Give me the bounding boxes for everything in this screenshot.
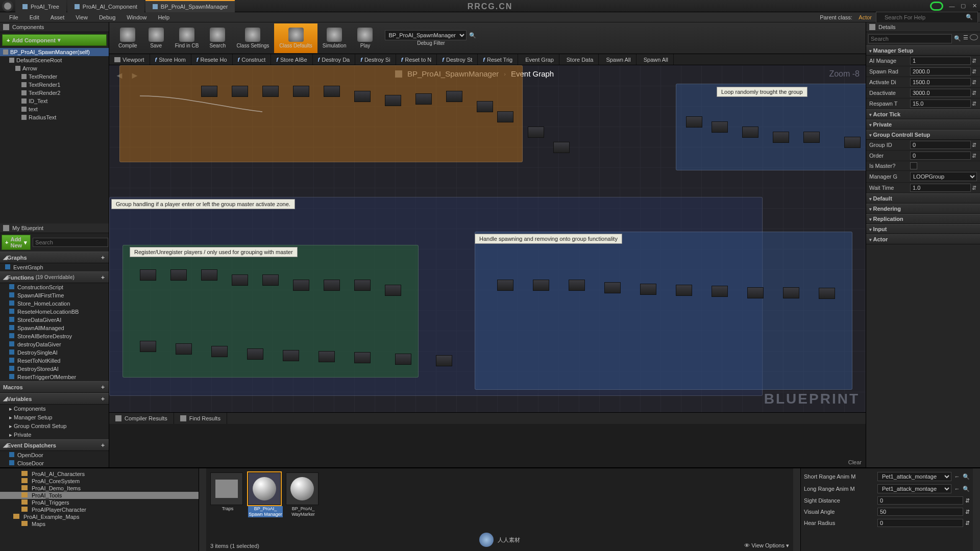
components-tree[interactable]: BP_ProAI_SpawnManager(self)DefaultSceneR… bbox=[0, 48, 109, 223]
asset-view[interactable]: TrapsBP_ProAI_ Spawn ManagerBP_ProAI_ Wa… bbox=[206, 468, 793, 551]
functions-section[interactable]: ◢ Functions (19 Overridable) ＋ bbox=[0, 271, 109, 283]
function-item[interactable]: SpawnAllManaged bbox=[0, 324, 109, 332]
component-item[interactable]: text bbox=[0, 105, 109, 113]
graph-node[interactable] bbox=[477, 101, 493, 112]
graph-node[interactable] bbox=[415, 93, 432, 105]
graph-node[interactable] bbox=[712, 286, 728, 297]
search-help-field[interactable]: Search For Help 🔍 bbox=[876, 12, 978, 23]
graph-tab[interactable]: Reset to N bbox=[396, 54, 437, 65]
menu-debug[interactable]: Debug bbox=[94, 13, 120, 21]
spinner-icon[interactable]: ⇵ bbox=[971, 185, 977, 191]
graph-node[interactable] bbox=[211, 346, 228, 357]
graph-node[interactable] bbox=[283, 350, 299, 361]
eye-icon[interactable] bbox=[970, 34, 978, 40]
asset-input[interactable] bbox=[877, 496, 963, 505]
graphs-section[interactable]: ◢ Graphs＋ bbox=[0, 252, 109, 263]
asset-item[interactable]: Traps bbox=[210, 472, 245, 547]
clear-button[interactable]: Clear bbox=[848, 459, 862, 465]
toolbar-compile[interactable]: Compile bbox=[113, 23, 142, 53]
details-select[interactable]: LOOPGroup bbox=[910, 172, 977, 181]
graph-tab[interactable]: Store AIBe bbox=[271, 54, 312, 65]
folder-item[interactable]: ProAI_Triggers bbox=[0, 499, 199, 506]
scrollbar[interactable] bbox=[793, 468, 800, 551]
graph-tab[interactable]: Reset Trig bbox=[478, 54, 518, 65]
add-graph-icon[interactable]: ＋ bbox=[100, 254, 106, 261]
add-component-button[interactable]: Add Component ▾ bbox=[2, 34, 107, 46]
function-item[interactable]: ResetToNotKilled bbox=[0, 357, 109, 365]
graph-node[interactable] bbox=[201, 269, 217, 281]
component-item[interactable]: BP_ProAI_SpawnManager(self) bbox=[0, 48, 109, 56]
search-icon[interactable]: 🔍 bbox=[953, 34, 962, 42]
details-category[interactable]: Actor Tick bbox=[866, 109, 980, 119]
graph-node[interactable] bbox=[354, 91, 371, 102]
folder-item[interactable]: Maps bbox=[0, 520, 199, 528]
graph-region-blue2[interactable] bbox=[475, 232, 852, 390]
graph-node[interactable] bbox=[170, 269, 187, 281]
graph-tab[interactable]: Destroy St bbox=[437, 54, 478, 65]
spinner-icon[interactable]: ⇵ bbox=[971, 153, 977, 159]
component-item[interactable]: TextRender2 bbox=[0, 89, 109, 97]
variables-section[interactable]: ◢ Variables＋ bbox=[0, 393, 109, 405]
browse-icon[interactable]: 🔍 bbox=[963, 485, 970, 492]
function-item[interactable]: ResetTriggerOfMember bbox=[0, 373, 109, 381]
details-input[interactable] bbox=[910, 184, 971, 192]
details-category[interactable]: Manager Setup bbox=[866, 45, 980, 56]
search-icon[interactable]: 🔍 bbox=[469, 31, 477, 39]
folder-item[interactable]: ProAI_Example_Maps bbox=[0, 513, 199, 520]
graph-tab[interactable]: Store Data bbox=[559, 54, 599, 65]
folder-item[interactable]: ProAI_Tools bbox=[0, 492, 199, 499]
graph-node[interactable] bbox=[324, 280, 340, 291]
function-item[interactable]: ConstructionScript bbox=[0, 283, 109, 291]
component-item[interactable]: DefaultSceneRoot bbox=[0, 56, 109, 64]
toolbar-save[interactable]: Save bbox=[142, 23, 170, 53]
graph-node[interactable] bbox=[742, 127, 758, 138]
asset-input[interactable] bbox=[877, 508, 963, 516]
details-input[interactable] bbox=[910, 67, 971, 76]
details-input[interactable] bbox=[910, 89, 971, 97]
graph-tab[interactable]: Event Grap bbox=[518, 54, 559, 65]
graph-region-orange[interactable] bbox=[119, 65, 523, 162]
graph-node[interactable] bbox=[354, 280, 371, 291]
graph-node[interactable] bbox=[747, 287, 764, 298]
spinner-icon[interactable]: ⇵ bbox=[965, 520, 970, 527]
graph-node[interactable] bbox=[773, 132, 789, 143]
menu-view[interactable]: View bbox=[70, 13, 93, 21]
event-graph-item[interactable]: EventGraph bbox=[0, 263, 109, 271]
view-options[interactable]: 👁 View Options ▾ bbox=[744, 542, 789, 549]
spinner-icon[interactable]: ⇵ bbox=[965, 509, 970, 515]
graph-node[interactable] bbox=[140, 269, 156, 281]
variable-group[interactable]: ▸ Group Controll Setup bbox=[0, 422, 109, 431]
asset-item[interactable]: BP_ProAI_ WayMarker bbox=[286, 472, 321, 547]
editor-tab[interactable]: ProAI_Tree bbox=[15, 0, 66, 12]
graph-node[interactable] bbox=[640, 284, 656, 295]
graph-node[interactable] bbox=[676, 285, 692, 296]
graph-node[interactable] bbox=[819, 288, 835, 299]
details-category[interactable]: Replication bbox=[866, 214, 980, 224]
dispatcher-item[interactable]: OpenDoor bbox=[0, 451, 109, 459]
toolbar-play[interactable]: Play bbox=[351, 23, 379, 53]
graph-node[interactable] bbox=[262, 86, 279, 97]
folder-item[interactable]: ProAI_AI_Characters bbox=[0, 470, 199, 478]
details-category[interactable]: Group Controll Setup bbox=[866, 130, 980, 140]
details-category[interactable]: Default bbox=[866, 193, 980, 204]
details-category[interactable]: Actor bbox=[866, 234, 980, 244]
graph-region-green[interactable] bbox=[122, 245, 419, 378]
maximize-button[interactable]: ▢ bbox=[958, 2, 969, 11]
toolbar-search[interactable]: Search bbox=[204, 23, 231, 53]
graph-node[interactable] bbox=[783, 287, 799, 298]
graph-node[interactable] bbox=[712, 121, 728, 133]
spinner-icon[interactable]: ⇵ bbox=[971, 101, 977, 107]
spinner-icon[interactable]: ⇵ bbox=[965, 497, 970, 504]
asset-input[interactable] bbox=[877, 519, 963, 527]
variable-group[interactable]: ▸ Private bbox=[0, 431, 109, 439]
graph-node[interactable] bbox=[324, 86, 340, 97]
graph-node[interactable] bbox=[318, 351, 335, 362]
filter-icon[interactable]: ☰ bbox=[963, 34, 968, 43]
dispatchers-section[interactable]: ◢ Event Dispatchers＋ bbox=[0, 439, 109, 451]
graph-node[interactable] bbox=[844, 137, 861, 148]
graph-tab[interactable]: Spawn All bbox=[599, 54, 636, 65]
component-item[interactable]: RadiusText bbox=[0, 113, 109, 121]
details-category[interactable]: Rendering bbox=[866, 204, 980, 214]
toolbar-simulation[interactable]: Simulation bbox=[317, 23, 352, 53]
details-input[interactable] bbox=[910, 57, 971, 65]
